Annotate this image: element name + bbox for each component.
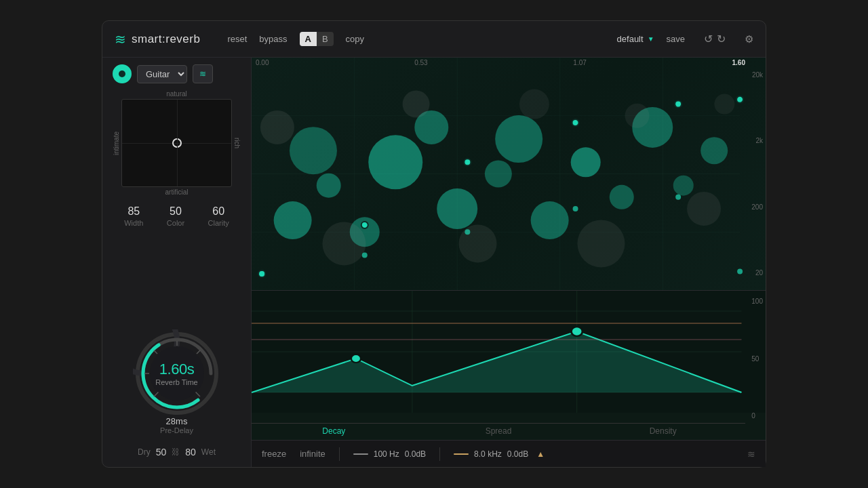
env-label-100: 100 <box>751 298 763 305</box>
instrument-dot-inner <box>119 70 125 77</box>
svg-point-39 <box>687 192 721 226</box>
high-eq-control: 8.0 kHz 0.0dB ▲ <box>454 449 545 459</box>
envelope-section[interactable]: 100 50 0 Decay Spread Density <box>252 291 766 440</box>
undo-button[interactable]: ↺ <box>704 33 713 45</box>
reverb-time-label: Reverb Time <box>155 378 197 386</box>
svg-point-40 <box>714 94 734 115</box>
link-icon[interactable]: ⛓ <box>172 447 180 457</box>
svg-point-28 <box>610 185 634 209</box>
waveform-button[interactable]: ≋ <box>193 64 213 83</box>
separator-1 <box>339 447 340 461</box>
redo-button[interactable]: ↻ <box>717 33 726 45</box>
knob-center: 1.60s Reverb Time <box>155 361 197 386</box>
color-param: 50 Color <box>167 205 184 227</box>
undo-redo-group: ↺ ↻ <box>704 33 726 45</box>
wet-label: Wet <box>201 447 216 457</box>
color-value[interactable]: 50 <box>170 205 182 218</box>
xy-cursor <box>172 138 182 148</box>
svg-point-45 <box>675 101 682 108</box>
high-eq-icon <box>454 453 469 455</box>
xy-right-label: rich <box>233 99 241 187</box>
ab-b-button[interactable]: B <box>317 32 334 46</box>
separator-2 <box>439 447 440 461</box>
svg-point-42 <box>361 222 368 228</box>
app-name: smart:reverb <box>132 33 200 46</box>
svg-point-24 <box>485 161 512 188</box>
svg-line-4 <box>154 392 158 396</box>
svg-point-32 <box>260 110 294 144</box>
instrument-select[interactable]: Guitar <box>137 65 187 83</box>
svg-point-48 <box>362 253 368 258</box>
svg-point-25 <box>495 115 542 163</box>
density-label[interactable]: Density <box>580 423 745 436</box>
svg-point-34 <box>403 91 430 118</box>
reverb-knob[interactable]: 1.60s Reverb Time <box>133 329 221 418</box>
svg-point-35 <box>459 224 497 262</box>
env-labels-right: 100 50 0 <box>751 298 763 420</box>
instrument-row: Guitar ≋ <box>113 64 241 83</box>
svg-point-38 <box>625 104 650 128</box>
bottom-right-mark: ≋ <box>747 449 755 460</box>
env-label-50: 50 <box>751 355 763 363</box>
infinite-button[interactable]: infinite <box>300 449 326 459</box>
width-value[interactable]: 85 <box>127 205 140 218</box>
preset-area: default ▼ <box>617 34 654 44</box>
clarity-value[interactable]: 60 <box>212 205 224 218</box>
reset-button[interactable]: reset <box>227 34 247 44</box>
spread-label[interactable]: Spread <box>416 423 581 436</box>
clarity-label: Clarity <box>208 219 229 227</box>
dry-label: Dry <box>138 447 151 457</box>
reverb-viz[interactable]: 0.00 0.53 1.07 1.60 20k 2k 200 20 <box>252 58 766 291</box>
svg-point-27 <box>571 147 601 177</box>
xy-pad[interactable] <box>121 99 232 187</box>
ab-a-button[interactable]: A <box>300 32 317 46</box>
svg-point-21 <box>368 135 422 189</box>
svg-point-31 <box>701 137 728 164</box>
low-db-value[interactable]: 0.0dB <box>405 449 426 459</box>
preset-dropdown-arrow[interactable]: ▼ <box>648 35 654 43</box>
xy-left-label: intimate <box>113 99 120 187</box>
instrument-power-button[interactable] <box>113 64 132 83</box>
dry-wet-row: Dry 50 ⛓ 80 Wet <box>113 441 241 460</box>
settings-icon[interactable]: ⚙ <box>745 33 753 45</box>
left-panel: Guitar ≋ natural intimate rich artificia… <box>102 58 252 467</box>
svg-point-19 <box>290 127 337 174</box>
svg-point-43 <box>464 159 471 165</box>
high-khz-value[interactable]: 8.0 kHz <box>474 449 502 459</box>
reverb-section: 1.60s Reverb Time 28ms Pre-Delay <box>113 323 241 434</box>
pre-delay-label: Pre-Delay <box>160 426 193 434</box>
xy-bottom-label: artificial <box>113 188 241 196</box>
copy-button[interactable]: copy <box>346 34 364 44</box>
low-hz-value[interactable]: 100 Hz <box>374 449 399 459</box>
dry-value[interactable]: 50 <box>156 447 167 458</box>
svg-point-47 <box>259 271 264 277</box>
ab-group: A B <box>300 32 334 46</box>
pre-delay-value[interactable]: 28ms <box>160 416 193 426</box>
svg-point-46 <box>736 96 743 103</box>
bottom-bar: freeze infinite 100 Hz 0.0dB 8.0 kHz 0.0… <box>252 440 766 467</box>
reverb-time-value: 1.60s <box>159 361 194 378</box>
env-label-0: 0 <box>751 412 763 420</box>
xy-top-label: natural <box>113 90 241 98</box>
warning-icon: ▲ <box>536 449 545 459</box>
logo-icon: ≋ <box>115 31 126 47</box>
bypass-button[interactable]: bypass <box>259 34 287 44</box>
preset-name: default <box>617 34 644 44</box>
xy-pad-container: natural intimate rich artificial <box>113 90 241 196</box>
save-button[interactable]: save <box>667 34 685 44</box>
svg-point-33 <box>322 222 366 265</box>
wet-value[interactable]: 80 <box>185 447 196 458</box>
svg-point-23 <box>437 188 477 229</box>
width-label: Width <box>124 219 143 227</box>
env-section-labels: Decay Spread Density <box>252 423 745 436</box>
header-controls: reset bypass A B copy default ▼ save ↺ ↻… <box>227 32 753 46</box>
bokeh-svg <box>252 58 766 290</box>
high-db-value[interactable]: 0.0dB <box>507 449 528 459</box>
svg-point-52 <box>737 269 743 274</box>
svg-point-26 <box>531 201 569 239</box>
decay-label[interactable]: Decay <box>252 423 416 436</box>
svg-point-18 <box>317 174 341 198</box>
header: ≋ smart:reverb reset bypass A B copy def… <box>102 21 766 58</box>
freeze-button[interactable]: freeze <box>262 449 286 459</box>
envelope-svg <box>252 291 766 413</box>
